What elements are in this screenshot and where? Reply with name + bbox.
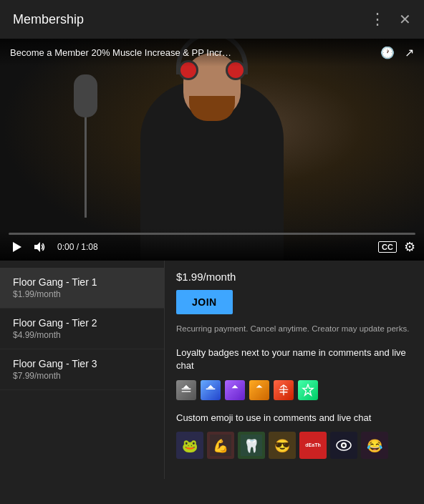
play-button[interactable] <box>9 239 24 255</box>
close-icon[interactable]: ✕ <box>399 11 411 28</box>
emoji-3: 🦷 <box>238 432 265 459</box>
progress-bar[interactable] <box>9 233 415 235</box>
more-options-icon[interactable]: ⋮ <box>370 10 386 29</box>
emoji-perk-title: Custom emoji to use in comments and live… <box>176 412 413 425</box>
video-title-icons: 🕐 ↗ <box>380 46 414 59</box>
tier-2-price: $4.99/month <box>13 330 151 340</box>
emoji-1: 🐸 <box>176 432 203 459</box>
svg-marker-1 <box>34 242 40 252</box>
svg-text:😎: 😎 <box>274 438 291 454</box>
video-title: Become a Member 20% Muscle Increase & PP… <box>10 47 373 58</box>
emoji-row: 🐸 💪 🦷 <box>176 432 413 459</box>
header-icons: ⋮ ✕ <box>370 10 411 29</box>
watch-later-icon[interactable]: 🕐 <box>380 46 395 59</box>
tier-1-price: $1.99/month <box>13 289 151 299</box>
ctrl-right: CC ⚙ <box>378 239 415 255</box>
emoji-death: dEaTh <box>299 432 327 459</box>
emoji-6 <box>330 432 357 459</box>
svg-point-13 <box>342 444 345 447</box>
membership-header: Membership ⋮ ✕ <box>0 0 424 39</box>
mic-stand-decoration <box>85 74 87 218</box>
selected-tier-price: $1.99/month <box>176 271 413 283</box>
tier-item-2[interactable]: Floor Gang - Tier 2 $4.99/month <box>0 309 164 349</box>
controls-row: 0:00 / 1:08 CC ⚙ <box>9 239 415 255</box>
tier-item-1[interactable]: Floor Gang - Tier 1 $1.99/month <box>0 268 164 309</box>
svg-marker-0 <box>13 242 21 252</box>
loyalty-badges-section: Loyalty badges next to your name in comm… <box>176 346 413 399</box>
video-thumbnail[interactable]: Become a Member 20% Muscle Increase & PP… <box>0 39 424 261</box>
recurring-text: Recurring payment. Cancel anytime. Creat… <box>176 323 413 335</box>
emoji-4: 😎 <box>269 432 296 459</box>
time-display: 0:00 / 1:08 <box>57 242 98 252</box>
badge-6 <box>298 380 318 400</box>
svg-text:🐸: 🐸 <box>182 438 198 454</box>
svg-text:💪: 💪 <box>213 438 229 454</box>
tier-3-price: $7.99/month <box>13 371 151 381</box>
tier-2-name: Floor Gang - Tier 2 <box>13 317 151 329</box>
badge-5 <box>274 380 294 400</box>
badge-3 <box>225 380 245 400</box>
svg-text:🦷: 🦷 <box>244 438 260 454</box>
settings-icon[interactable]: ⚙ <box>404 239 415 255</box>
video-controls: 0:00 / 1:08 CC ⚙ <box>0 228 424 261</box>
volume-button[interactable] <box>32 239 47 255</box>
video-title-bar: Become a Member 20% Muscle Increase & PP… <box>0 39 424 67</box>
video-player: Become a Member 20% Muscle Increase & PP… <box>0 39 424 261</box>
share-icon[interactable]: ↗ <box>405 46 414 59</box>
emoji-2: 💪 <box>207 432 234 459</box>
tier-1-name: Floor Gang - Tier 1 <box>13 276 151 288</box>
svg-text:😂: 😂 <box>367 438 383 454</box>
badge-2 <box>201 380 221 400</box>
emoji-section: Custom emoji to use in comments and live… <box>176 412 413 459</box>
tiers-sidebar: Floor Gang - Tier 1 $1.99/month Floor Ga… <box>0 261 165 479</box>
badge-4 <box>249 380 269 400</box>
tier-3-name: Floor Gang - Tier 3 <box>13 358 151 369</box>
main-content: Floor Gang - Tier 1 $1.99/month Floor Ga… <box>0 261 424 479</box>
cc-button[interactable]: CC <box>378 241 397 253</box>
tier-details: $1.99/month JOIN Recurring payment. Canc… <box>165 261 424 479</box>
badges-row <box>176 380 413 400</box>
tier-item-3[interactable]: Floor Gang - Tier 3 $7.99/month <box>0 349 164 390</box>
page-title: Membership <box>13 12 84 27</box>
loyalty-perk-title: Loyalty badges next to your name in comm… <box>176 346 413 372</box>
join-button[interactable]: JOIN <box>176 290 233 314</box>
emoji-7: 😂 <box>361 432 388 459</box>
badge-1 <box>176 380 196 400</box>
